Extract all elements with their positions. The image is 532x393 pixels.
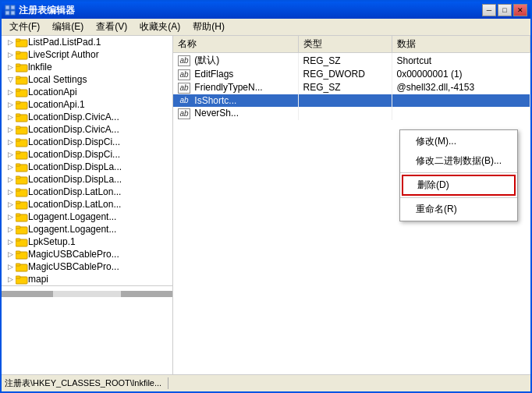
close-button[interactable]: ✕ — [513, 4, 527, 16]
svg-rect-21 — [16, 139, 20, 141]
col-header-data: 数据 — [392, 36, 530, 53]
tree-item[interactable]: ▷ LocationDisp.DispLa... — [2, 173, 172, 186]
folder-icon — [16, 99, 28, 110]
folder-icon — [16, 149, 28, 160]
restore-button[interactable]: □ — [498, 4, 512, 16]
tree-item[interactable]: ▷ LocationDisp.LatLon... — [2, 186, 172, 198]
svg-rect-43 — [16, 276, 20, 278]
svg-rect-5 — [16, 39, 20, 41]
reg-data: 0x00000001 (1) — [392, 68, 530, 81]
tree-item[interactable]: ▷ MagicUSBCablePro... — [2, 248, 172, 260]
svg-rect-13 — [16, 89, 20, 91]
svg-rect-29 — [16, 189, 20, 191]
tree-item-label: LpkSetup.1 — [28, 236, 76, 247]
expand-icon: ▷ — [5, 136, 16, 147]
expand-icon: ▷ — [5, 211, 16, 222]
context-menu-item-delete[interactable]: 删除(D) — [402, 175, 516, 196]
folder-icon — [16, 136, 28, 147]
expand-icon: ▽ — [5, 74, 16, 85]
folder-icon — [16, 37, 28, 48]
title-bar-buttons: ─ □ ✕ — [482, 4, 527, 16]
menu-help[interactable]: 帮助(H) — [186, 19, 231, 35]
tree-item[interactable]: ▷ mapi — [2, 273, 172, 285]
tree-item[interactable]: ▷ LiveScript Author — [2, 48, 172, 61]
tree-item-label: mapi — [28, 274, 48, 285]
folder-icon — [16, 174, 28, 185]
table-row[interactable]: ab EditFlags REG_DWORD 0x00000001 (1) — [173, 68, 530, 81]
window-title: 注册表编辑器 — [19, 4, 75, 17]
expand-icon: ▷ — [5, 37, 16, 48]
expand-icon: ▷ — [5, 274, 16, 285]
svg-rect-41 — [16, 264, 20, 266]
tree-item[interactable]: ▷ LocationApi.1 — [2, 98, 172, 111]
tree-item[interactable]: ▷ LocationDisp.DispLa... — [2, 161, 172, 173]
expand-icon: ▷ — [5, 224, 16, 235]
menu-favorites[interactable]: 收藏夹(A) — [133, 19, 186, 35]
col-header-name: 名称 — [173, 36, 298, 53]
registry-table: 名称 类型 数据 ab (默认) REG_SZ Shortcut — [173, 36, 530, 120]
svg-rect-27 — [16, 176, 20, 179]
reg-type: REG_SZ — [298, 53, 392, 69]
minimize-button[interactable]: ─ — [482, 4, 496, 16]
tree-item[interactable]: ▷ Logagent.Logagent... — [2, 223, 172, 235]
reg-type: REG_DWORD — [298, 68, 392, 81]
tree-item-local-settings[interactable]: ▽ Local Settings — [2, 73, 172, 86]
left-panel[interactable]: ▷ ListPad.ListPad.1 ▷ LiveScript Author … — [2, 36, 173, 374]
tree-item[interactable]: ▷ LocationDisp.CivicA... — [2, 123, 172, 136]
reg-type-icon: ab — [178, 83, 190, 94]
tree-item[interactable]: ▷ Logagent.Logagent... — [2, 211, 172, 223]
context-menu-item-modify-binary[interactable]: 修改二进制数据(B)... — [400, 151, 517, 171]
title-bar: 注册表编辑器 ─ □ ✕ — [2, 2, 530, 19]
svg-rect-37 — [16, 239, 20, 241]
tree-item[interactable]: ▷ LocationDisp.DispCi... — [2, 136, 172, 148]
reg-name: ab NeverSh... — [173, 107, 298, 120]
tree-item[interactable]: ▷ LocationDisp.CivicA... — [2, 111, 172, 123]
table-row[interactable]: ab NeverSh... — [173, 107, 530, 120]
tree-item[interactable]: ▷ LocationApi — [2, 86, 172, 98]
expand-icon: ▷ — [5, 261, 16, 272]
tree-item-label: LocationApi.1 — [28, 99, 85, 110]
reg-data — [392, 107, 530, 120]
svg-rect-1 — [11, 5, 15, 9]
svg-rect-7 — [16, 51, 20, 54]
reg-type: REG_SZ — [298, 81, 392, 94]
menu-edit[interactable]: 编辑(E) — [46, 19, 90, 35]
context-menu-item-rename[interactable]: 重命名(R) — [400, 200, 517, 219]
table-row[interactable]: ab (默认) REG_SZ Shortcut — [173, 53, 530, 69]
tree-item-label: MagicUSBCablePro... — [28, 249, 119, 260]
folder-icon — [16, 249, 28, 260]
folder-icon — [16, 161, 28, 172]
reg-type-icon: ab — [178, 69, 190, 80]
svg-rect-0 — [5, 5, 9, 9]
menu-view[interactable]: 查看(V) — [90, 19, 133, 35]
svg-rect-17 — [16, 114, 20, 116]
expand-icon: ▷ — [5, 174, 16, 185]
reg-data — [392, 94, 530, 108]
tree-item[interactable]: ▷ LpkSetup.1 — [2, 235, 172, 248]
expand-icon: ▷ — [5, 87, 16, 97]
horizontal-scrollbar[interactable] — [2, 291, 172, 297]
svg-rect-25 — [16, 164, 20, 166]
table-row-selected[interactable]: ab IsShortc... — [173, 94, 530, 108]
svg-rect-31 — [16, 201, 20, 204]
svg-rect-35 — [16, 226, 20, 228]
svg-rect-23 — [16, 151, 20, 154]
status-text: 注册表\HKEY_CLASSES_ROOT\lnkfile... — [5, 377, 168, 389]
folder-icon — [16, 261, 28, 272]
folder-icon — [16, 49, 28, 60]
tree-item[interactable]: ▷ LocationDisp.DispCi... — [2, 148, 172, 161]
tree-item[interactable]: ▷ LocationDisp.LatLon... — [2, 198, 172, 211]
tree-item[interactable]: ▷ MagicUSBCablePro... — [2, 260, 172, 273]
menu-file[interactable]: 文件(F) — [3, 19, 46, 35]
tree-item[interactable]: ▷ ListPad.ListPad.1 — [2, 36, 172, 48]
svg-rect-11 — [16, 76, 20, 79]
context-menu: 修改(M)... 修改二进制数据(B)... 删除(D) 重命名(R) — [399, 129, 518, 221]
expand-icon: ▷ — [5, 161, 16, 172]
tree-item[interactable]: ▷ lnkfile — [2, 61, 172, 73]
folder-icon — [16, 74, 28, 85]
reg-name: ab (默认) — [173, 53, 298, 69]
tree-item-label: Local Settings — [28, 74, 87, 85]
table-row[interactable]: ab FriendlyTypeN... REG_SZ @shell32.dll,… — [173, 81, 530, 94]
context-menu-item-modify[interactable]: 修改(M)... — [400, 132, 517, 151]
folder-icon — [16, 112, 28, 122]
